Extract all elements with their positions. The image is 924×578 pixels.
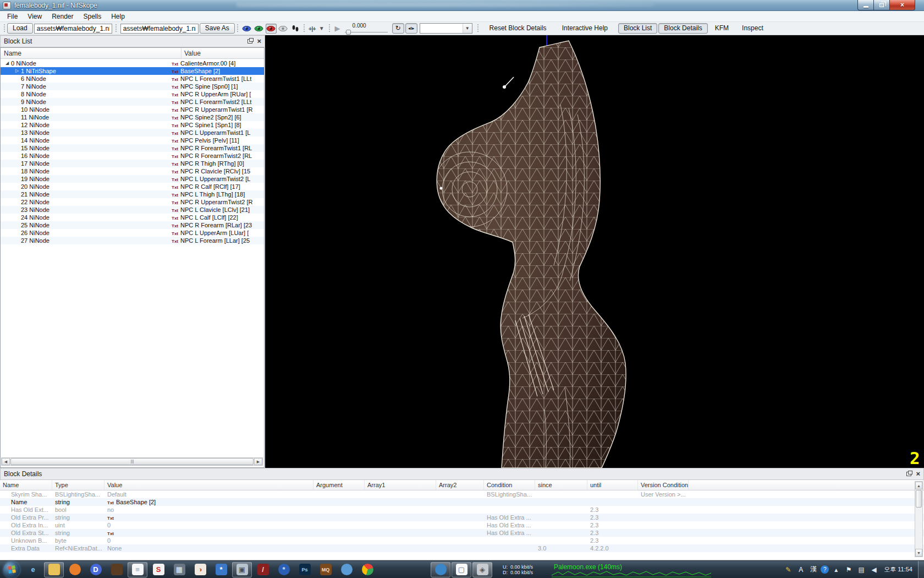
block-list-row[interactable]: 21 NiNodeTxtNPC L Thigh [LThg] [18] [1,190,264,198]
block-details-row[interactable]: Old Extra St...stringTxtHas Old Extra ..… [0,529,924,537]
column-header-name[interactable]: Name [1,48,182,58]
flatten-arrow-icon[interactable]: ▼ [317,25,327,31]
ime-pen-icon[interactable]: ✎ [783,564,794,575]
expand-closed-icon[interactable]: ▷ [13,67,21,75]
red-tool-icon[interactable]: / [253,562,273,577]
close-button[interactable]: × [890,0,915,10]
block-list-titlebar[interactable]: Block List × [0,35,265,47]
column-header-type[interactable]: Type [52,480,105,490]
firefox-icon[interactable] [65,562,85,577]
block-details-row[interactable]: Has Old Ext...boolno2.3 [0,506,924,514]
block-details-row[interactable]: NamestringTxtBaseShape [2] [0,498,924,506]
block-list-row[interactable]: 14 NiNodeTxtNPC Pelvis [Pelv] [11] [1,137,264,144]
menu-item-help[interactable]: Help [106,12,130,21]
block-list-row[interactable]: 22 NiNodeTxtNPC R UpperarmTwist2 [R [1,198,264,206]
taskbar-clock[interactable]: 오후 11:54 [879,565,918,574]
interactive-help-button[interactable]: Interactive Help [557,23,613,34]
calculator-icon[interactable]: ▦ [169,562,189,577]
block-list-row[interactable]: 18 NiNodeTxtNPC R Clavicle [RClv] [15 [1,167,264,175]
explorer-folder-icon[interactable] [44,562,64,577]
scroll-up-icon[interactable]: ▲ [915,482,922,489]
action-center-flag-icon[interactable]: ⚑ [843,564,854,575]
column-header-value[interactable]: Value [105,480,314,490]
column-header-condition[interactable]: Condition [484,480,535,490]
expand-open-icon[interactable]: ◢ [3,59,11,67]
menu-item-spells[interactable]: Spells [79,12,107,21]
scrollbar-track[interactable] [915,508,922,549]
column-header-until[interactable]: until [587,480,638,490]
view-gray-eye-button[interactable] [278,24,289,34]
scroll-down-icon[interactable]: ▼ [915,549,922,557]
window-app-icon[interactable]: ▣ [232,562,252,577]
block-list-row[interactable]: 20 NiNodeTxtNPC R Calf [RClf] [17] [1,183,264,190]
blue-disc-icon[interactable]: * [274,562,294,577]
save-path-input[interactable] [120,24,199,34]
paint-icon[interactable]: ◑ [190,562,210,577]
load-path-input[interactable] [34,24,112,34]
close-panel-icon[interactable]: × [257,39,261,44]
column-header-version-condition[interactable]: Version Condition [638,480,689,490]
column-header-argument[interactable]: Argument [314,480,365,490]
3d-viewport[interactable]: 2 [265,35,924,468]
load-button[interactable]: Load [7,23,33,34]
animation-select[interactable]: ▼ [420,23,472,34]
block-list-row[interactable]: 16 NiNodeTxtNPC R ForearmTwist2 [RL [1,152,264,160]
block-list-row[interactable]: 19 NiNodeTxtNPC L UpperarmTwist2 [L [1,175,264,183]
mq-app-icon[interactable]: MQ [316,562,336,577]
column-header-value[interactable]: Value [182,48,264,58]
play-button[interactable]: ▶ [333,24,343,32]
inspect-button[interactable]: Inspect [737,23,768,34]
start-button[interactable] [3,561,20,578]
block-list-toggle[interactable]: Block List [618,23,657,34]
block-list-row[interactable]: 27 NiNodeTxtNPC L Forearm [LLar] [25 [1,237,264,244]
block-list-row[interactable]: 25 NiNodeTxtNPC R Forearm [RLar] [23 [1,221,264,229]
internet-explorer-icon[interactable]: e [23,562,43,577]
chrome-icon[interactable] [358,562,377,577]
restore-button[interactable] [874,0,890,10]
media-player-d-icon[interactable]: D [86,562,106,577]
show-desktop-button[interactable] [918,561,924,578]
horizontal-scrollbar[interactable]: ◀ ▶ [1,457,263,466]
ime-help-icon[interactable]: ? [821,565,829,574]
toolbar-handle[interactable] [3,24,6,33]
column-header-since[interactable]: since [535,480,587,490]
block-details-titlebar[interactable]: Block Details × [0,468,924,480]
column-header-array2[interactable]: Array2 [436,480,484,490]
s-utility-icon[interactable]: S [148,562,168,577]
block-details-row[interactable]: Extra DataRef<NiExtraDat...None3.04.2.2.… [0,544,924,552]
save-as-button[interactable]: Save As [200,23,235,34]
close-panel-icon[interactable]: × [916,471,920,477]
volume-tray-icon[interactable]: ◀ [868,564,879,575]
column-header-array1[interactable]: Array1 [365,480,436,490]
block-details-row[interactable]: Skyrim Sha...BSLightingSha...DefaultBSLi… [0,490,924,498]
scrollbar-thumb[interactable] [916,490,922,508]
menu-item-file[interactable]: File [2,12,23,21]
block-list-row[interactable]: 17 NiNodeTxtNPC R Thigh [RThg] [0] [1,160,264,167]
scroll-left-icon[interactable]: ◀ [2,458,10,465]
block-list-row[interactable]: ▷1 NiTriShapeTxtBaseShape [2] [1,67,264,75]
photoshop-icon[interactable]: Ps [295,562,315,577]
scrollbar-thumb[interactable] [10,458,254,465]
block-details-row[interactable]: Old Extra Pr...stringTxtHas Old Extra ..… [0,514,924,521]
white-window-icon[interactable]: ▢ [452,562,471,577]
ime-latin-icon[interactable]: A [795,564,806,575]
float-panel-icon[interactable] [248,39,252,43]
block-list-row[interactable]: 26 NiNodeTxtNPC L UpperArm [LUar] [ [1,229,264,237]
block-list-row[interactable]: 8 NiNodeTxtNPC R UpperArm [RUar] [ [1,90,264,98]
block-list-row[interactable]: 6 NiNodeTxtNPC L ForearmTwist1 [LLt [1,75,264,83]
float-panel-icon[interactable] [906,472,911,476]
window-titlebar[interactable]: femalebody_1.nif - NifSkope × [0,0,924,11]
block-details-toggle[interactable]: Block Details [658,23,707,34]
reset-block-details-button[interactable]: Reset Block Details [485,23,552,34]
block-details-row[interactable]: Unknown B...byte02.3 [0,537,924,544]
column-header-name[interactable]: Name [0,480,52,490]
view-blue-eye-button[interactable] [241,24,252,34]
scroll-right-icon[interactable]: ▶ [254,458,262,465]
block-list-row[interactable]: 10 NiNodeTxtNPC R UpperarmTwist1 [R [1,106,264,113]
tray-expand-icon[interactable]: ▴ [831,564,842,575]
block-list-row[interactable]: 12 NiNodeTxtNPC Spine1 [Spn1] [8] [1,121,264,129]
nifskope-taskbar-icon[interactable]: ◈ [472,562,492,577]
clothing-app-icon[interactable] [107,562,127,577]
animation-slider[interactable] [345,30,388,32]
block-list-row[interactable]: 13 NiNodeTxtNPC L UpperarmTwist1 [L [1,129,264,137]
